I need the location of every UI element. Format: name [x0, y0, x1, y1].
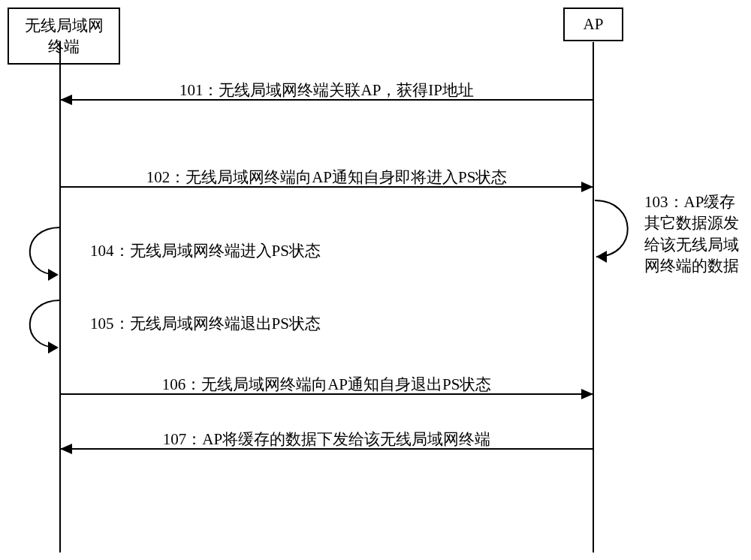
svg-marker-2: [48, 342, 59, 354]
message-102-label: 102：无线局域网终端向AP通知自身即将进入PS状态: [60, 167, 593, 188]
message-107-label: 107：AP将缓存的数据下发给该无线局域网终端: [60, 429, 593, 450]
message-103-loop: [593, 197, 646, 267]
message-102-line: [60, 186, 593, 188]
m103-line2: 其它数据源发: [644, 214, 739, 232]
message-101-label: 101：无线局域网终端关联AP，获得IP地址: [60, 80, 593, 101]
message-105-loop: [17, 297, 69, 360]
sequence-diagram: 无线局域网终端 AP 101：无线局域网终端关联AP，获得IP地址 102：无线…: [0, 0, 751, 560]
message-105-label: 105：无线局域网终端退出PS状态: [90, 313, 321, 334]
message-101-arrow: [60, 95, 72, 105]
svg-marker-1: [48, 269, 59, 281]
message-107-arrow: [60, 444, 72, 454]
participant-wlan-terminal: 无线局域网终端: [8, 8, 120, 65]
m103-line4: 网终端的数据: [644, 257, 739, 275]
m103-line3: 给该无线局域: [644, 236, 739, 254]
message-106-arrow: [581, 389, 593, 399]
svg-marker-0: [596, 251, 607, 263]
message-106-label: 106：无线局域网终端向AP通知自身退出PS状态: [60, 374, 593, 395]
message-101-line: [60, 99, 593, 101]
message-103-label: 103：AP缓存 其它数据源发 给该无线局域 网终端的数据: [644, 191, 749, 276]
message-104-label: 104：无线局域网终端进入PS状态: [90, 240, 321, 261]
message-106-line: [60, 393, 593, 395]
lifeline-ap: [593, 42, 594, 552]
m103-line1: 103：AP缓存: [644, 193, 735, 211]
participant-ap: AP: [563, 8, 623, 41]
message-104-loop: [17, 224, 69, 287]
message-102-arrow: [581, 182, 593, 192]
message-107-line: [60, 448, 593, 450]
